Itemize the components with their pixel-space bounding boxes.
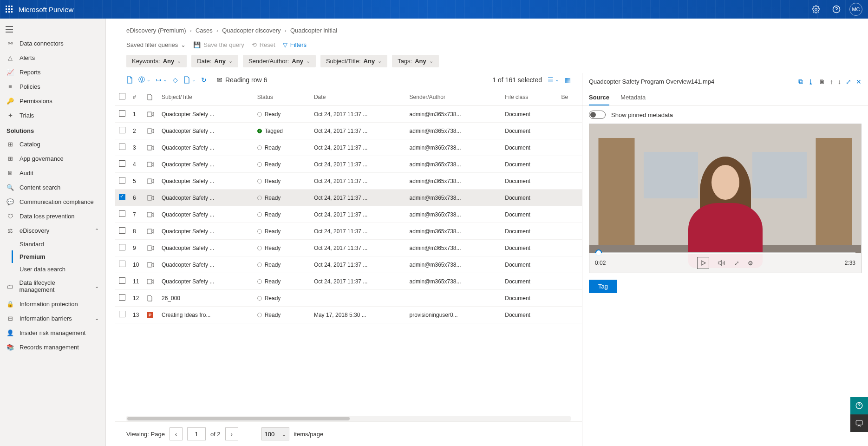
row-checkbox[interactable] <box>119 144 125 150</box>
table-row[interactable]: 4 Quadcopter Safety ... Ready Oct 24, 20… <box>115 156 582 173</box>
row-checkbox[interactable] <box>119 177 125 184</box>
column-header[interactable]: Status <box>254 88 310 106</box>
row-checkbox[interactable] <box>119 261 125 267</box>
table-row[interactable]: 3 Quadcopter Safety ... Ready Oct 24, 20… <box>115 139 582 156</box>
hamburger-icon[interactable] <box>0 22 105 36</box>
row-checkbox[interactable] <box>119 294 125 301</box>
row-checkbox[interactable] <box>119 210 125 217</box>
nav-item-policies[interactable]: ≡ Policies <box>0 79 105 94</box>
row-checkbox[interactable] <box>119 127 125 133</box>
row-checkbox[interactable] <box>119 227 125 234</box>
close-icon[interactable]: ✕ <box>856 78 861 85</box>
tool-tag-icon[interactable]: ◇ <box>173 76 178 84</box>
row-checkbox[interactable] <box>119 277 125 284</box>
tab-source[interactable]: Source <box>589 90 609 105</box>
row-checkbox[interactable] <box>119 311 125 317</box>
nav-item-records-management[interactable]: 📚 Records management <box>0 340 105 354</box>
breadcrumb-item[interactable]: Cases <box>196 27 213 34</box>
page-input[interactable] <box>187 427 206 440</box>
column-header[interactable] <box>115 88 129 106</box>
tool-refresh-icon[interactable]: ↻ <box>201 76 207 84</box>
document-icon[interactable]: 🗎 <box>819 78 825 85</box>
nav-item-trials[interactable]: ✦ Trials <box>0 108 105 123</box>
row-checkbox[interactable] <box>119 244 125 250</box>
columns-icon[interactable]: ▦ <box>565 76 571 84</box>
per-page-select[interactable]: 100 <box>261 427 289 440</box>
select-all-checkbox[interactable] <box>119 93 125 99</box>
play-button[interactable] <box>697 257 709 269</box>
table-row[interactable]: 2 Quadcopter Safety ... Tagged Oct 24, 2… <box>115 123 582 139</box>
tool-export-icon[interactable]: ⌄ <box>183 76 196 84</box>
settings-icon[interactable] <box>809 2 823 17</box>
tool-arrow-icon[interactable]: ↦⌄ <box>156 76 167 84</box>
nav-subitem-standard[interactable]: Standard <box>13 238 105 250</box>
table-row[interactable]: 6 Quadcopter Safety ... Ready Oct 24, 20… <box>115 190 582 206</box>
help-icon[interactable] <box>829 2 844 17</box>
fullscreen-icon[interactable]: ⤢ <box>734 260 739 267</box>
next-page-button[interactable]: › <box>225 427 238 440</box>
table-row[interactable]: 5 Quadcopter Safety ... Ready Oct 24, 20… <box>115 173 582 190</box>
tag-button[interactable]: Tag <box>589 280 617 293</box>
down-arrow-icon[interactable]: ↓ <box>838 78 841 85</box>
nav-item-ediscovery[interactable]: ⚖ eDiscovery ⌃ <box>0 223 105 238</box>
nav-item-permissions[interactable]: 🔑 Permissions <box>0 94 105 108</box>
user-avatar[interactable]: MC <box>849 3 862 16</box>
table-row[interactable]: 1 Quadcopter Safety ... Ready Oct 24, 20… <box>115 106 582 123</box>
column-header[interactable] <box>143 88 158 106</box>
nav-item-information-barriers[interactable]: ⊟ Information barriers ⌄ <box>0 311 105 326</box>
breadcrumb-item[interactable]: eDiscovery (Premium) <box>126 27 186 34</box>
column-header[interactable]: # <box>129 88 143 106</box>
feedback-fab[interactable] <box>850 414 868 432</box>
nav-item-reports[interactable]: 📈 Reports <box>0 65 105 79</box>
nav-item-data-loss-prevention[interactable]: 🛡 Data loss prevention <box>0 209 105 223</box>
filter-pill-date[interactable]: Date: Any ⌄ <box>191 55 238 67</box>
column-header[interactable]: Sender/Author <box>406 88 502 106</box>
filters-button[interactable]: ▽ Filters <box>283 41 307 48</box>
nav-item-app-governance[interactable]: ⊞ App governance <box>0 151 105 166</box>
filter-pill-tags[interactable]: Tags: Any ⌄ <box>392 55 439 67</box>
video-settings-icon[interactable]: ⚙ <box>748 260 753 267</box>
volume-icon[interactable] <box>718 259 726 267</box>
tool-document-icon[interactable] <box>126 76 133 84</box>
nav-item-information-protection[interactable]: 🔒 Information protection <box>0 297 105 311</box>
breadcrumb-item[interactable]: Quadcopter discovery <box>222 27 281 34</box>
table-row[interactable]: 13 P Creating Ideas fro... Ready May 17,… <box>115 307 582 323</box>
table-row[interactable]: 8 Quadcopter Safety ... Ready Oct 24, 20… <box>115 223 582 240</box>
expand-icon[interactable]: ⤢ <box>846 78 851 85</box>
nav-item-insider-risk-management[interactable]: 👤 Insider risk management <box>0 326 105 340</box>
filter-pill-subjecttitle[interactable]: Subject/Title: Any ⌄ <box>320 55 387 67</box>
list-view-icon[interactable]: ☰⌄ <box>548 76 559 84</box>
row-checkbox[interactable] <box>119 160 125 167</box>
nav-subitem-premium[interactable]: Premium <box>12 250 105 263</box>
pinned-metadata-toggle[interactable] <box>589 111 606 119</box>
column-header[interactable]: Be <box>557 88 582 106</box>
popout-icon[interactable]: ⧉ <box>798 78 803 85</box>
filter-pill-senderauthor[interactable]: Sender/Author: Any ⌄ <box>243 55 316 67</box>
nav-item-catalog[interactable]: ⊞ Catalog <box>0 137 105 151</box>
table-row[interactable]: 7 Quadcopter Safety ... Ready Oct 24, 20… <box>115 206 582 223</box>
video-frame[interactable]: 0:02 ⤢ ⚙ 2:33 <box>589 124 861 273</box>
nav-item-audit[interactable]: 🗎 Audit <box>0 166 105 180</box>
saved-filter-queries[interactable]: Saved filter queries ⌄ <box>126 41 186 48</box>
prev-page-button[interactable]: ‹ <box>170 427 183 440</box>
nav-item-data-connectors[interactable]: ⚯ Data connectors <box>0 36 105 51</box>
nav-subitem-user-data-search[interactable]: User data search <box>13 263 105 275</box>
nav-item-data-lifecycle-management[interactable]: 🗃 Data lifecycle management ⌄ <box>0 275 105 297</box>
column-header[interactable]: Date <box>310 88 406 106</box>
table-row[interactable]: 9 Quadcopter Safety ... Ready Oct 24, 20… <box>115 240 582 256</box>
nav-item-communication-compliance[interactable]: 💬 Communication compliance <box>0 195 105 209</box>
help-fab[interactable] <box>850 397 868 414</box>
table-row[interactable]: 12 26_000 Ready Document <box>115 290 582 307</box>
table-row[interactable]: 11 Quadcopter Safety ... Ready Oct 24, 2… <box>115 273 582 290</box>
horizontal-scrollbar[interactable] <box>126 416 571 421</box>
tool-globe-icon[interactable]: ⓖ⌄ <box>138 76 150 84</box>
row-checkbox[interactable] <box>119 194 125 200</box>
download-icon[interactable]: ⭳ <box>808 78 814 85</box>
nav-item-content-search[interactable]: 🔍 Content search <box>0 180 105 195</box>
up-arrow-icon[interactable]: ↑ <box>830 78 833 85</box>
column-header[interactable]: Subject/Title <box>158 88 254 106</box>
tab-metadata[interactable]: Metadata <box>620 90 646 105</box>
nav-item-alerts[interactable]: △ Alerts <box>0 51 105 65</box>
column-header[interactable]: File class <box>501 88 557 106</box>
row-checkbox[interactable] <box>119 110 125 117</box>
